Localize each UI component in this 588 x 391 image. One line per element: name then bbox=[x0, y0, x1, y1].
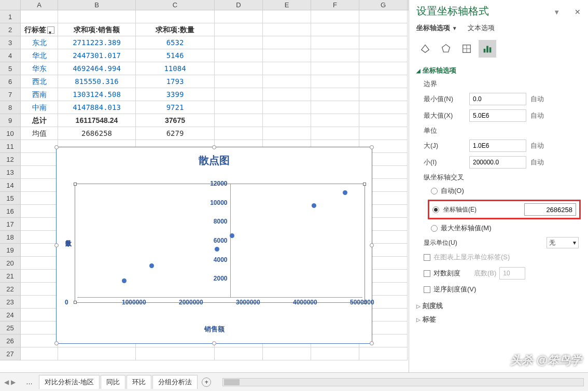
cell-C27[interactable] bbox=[136, 347, 215, 360]
section-axis-options[interactable]: ◢坐标轴选项 bbox=[416, 66, 581, 75]
resize-handle-nw[interactable] bbox=[54, 145, 59, 149]
cell-B9[interactable]: 16117548.24 bbox=[58, 114, 136, 127]
fill-icon[interactable] bbox=[416, 40, 434, 58]
cell-C9[interactable]: 37675 bbox=[136, 114, 215, 127]
sheet-more[interactable]: … bbox=[21, 376, 38, 388]
cell-A7[interactable]: 西南 bbox=[21, 88, 58, 101]
cell-G10[interactable] bbox=[359, 127, 408, 140]
effects-icon[interactable] bbox=[437, 40, 455, 58]
row-header-8[interactable]: 8 bbox=[0, 101, 21, 114]
cell-E4[interactable] bbox=[263, 49, 311, 62]
cell-A10[interactable]: 均值 bbox=[21, 127, 58, 140]
col-header-C[interactable]: C bbox=[136, 0, 215, 10]
cell-G1[interactable] bbox=[359, 10, 408, 23]
cell-G2[interactable] bbox=[359, 23, 408, 36]
cell-B3[interactable]: 2711223.389 bbox=[58, 36, 136, 49]
row-header-22[interactable]: 22 bbox=[0, 283, 21, 296]
cell-B10[interactable]: 2686258 bbox=[58, 127, 136, 140]
cell-A24[interactable] bbox=[21, 309, 58, 322]
major-input[interactable] bbox=[469, 139, 526, 152]
resize-handle-w[interactable] bbox=[54, 243, 59, 247]
chart-object[interactable]: 散点图 数量 200040006000800010000120000100000… bbox=[56, 147, 372, 344]
cell-F9[interactable] bbox=[311, 114, 359, 127]
cell-C10[interactable]: 6279 bbox=[136, 127, 215, 140]
cell-F1[interactable] bbox=[311, 10, 359, 23]
data-point[interactable] bbox=[343, 190, 347, 195]
cell-A25[interactable] bbox=[21, 322, 58, 334]
data-point[interactable] bbox=[149, 263, 154, 268]
cell-A21[interactable] bbox=[21, 270, 58, 283]
resize-handle-s[interactable] bbox=[212, 341, 216, 345]
cell-A20[interactable] bbox=[21, 257, 58, 270]
cell-G5[interactable] bbox=[359, 62, 408, 75]
cell-A6[interactable]: 西北 bbox=[21, 75, 58, 88]
cell-A8[interactable]: 中南 bbox=[21, 101, 58, 114]
resize-handle-se[interactable] bbox=[370, 341, 374, 345]
row-header-9[interactable]: 9 bbox=[0, 114, 21, 127]
data-point[interactable] bbox=[122, 278, 127, 283]
row-header-5[interactable]: 5 bbox=[0, 62, 21, 75]
minor-input[interactable] bbox=[469, 156, 526, 169]
cell-F6[interactable] bbox=[311, 75, 359, 88]
chart-title[interactable]: 散点图 bbox=[57, 153, 372, 167]
cell-A15[interactable] bbox=[21, 192, 58, 205]
row-header-26[interactable]: 26 bbox=[0, 334, 21, 347]
cell-E7[interactable] bbox=[263, 88, 311, 101]
cell-A17[interactable] bbox=[21, 218, 58, 231]
sheet-tab-1[interactable]: 同比 bbox=[101, 375, 125, 389]
cell-A19[interactable] bbox=[21, 244, 58, 257]
row-header-20[interactable]: 20 bbox=[0, 257, 21, 270]
cell-F2[interactable] bbox=[311, 23, 359, 36]
cell-B1[interactable] bbox=[58, 10, 136, 23]
cell-C4[interactable]: 5146 bbox=[136, 49, 215, 62]
sheet-tab-0[interactable]: 对比分析法-地区 bbox=[39, 375, 100, 389]
log-checkbox[interactable] bbox=[424, 270, 430, 277]
resize-handle-n[interactable] bbox=[212, 145, 216, 149]
cell-A2[interactable]: 行标签 bbox=[21, 23, 58, 36]
row-header-2[interactable]: 2 bbox=[0, 23, 21, 36]
col-header-F[interactable]: F bbox=[311, 0, 359, 10]
cell-C5[interactable]: 11084 bbox=[136, 62, 215, 75]
tab-text-options[interactable]: 文本选项 bbox=[468, 23, 495, 33]
cell-A27[interactable] bbox=[21, 347, 58, 360]
cell-A16[interactable] bbox=[21, 205, 58, 218]
cell-D5[interactable] bbox=[215, 62, 263, 75]
row-header-21[interactable]: 21 bbox=[0, 270, 21, 283]
cell-E1[interactable] bbox=[263, 10, 311, 23]
radio-auto[interactable] bbox=[431, 188, 438, 194]
cell-D2[interactable] bbox=[215, 23, 263, 36]
radio-max[interactable] bbox=[431, 225, 438, 232]
cell-C7[interactable]: 3399 bbox=[136, 88, 215, 101]
cell-B5[interactable]: 4692464.994 bbox=[58, 62, 136, 75]
cell-A1[interactable] bbox=[21, 10, 58, 23]
cell-E5[interactable] bbox=[263, 62, 311, 75]
cell-D3[interactable] bbox=[215, 36, 263, 49]
cell-E2[interactable] bbox=[263, 23, 311, 36]
cell-G8[interactable] bbox=[359, 101, 408, 114]
cell-F3[interactable] bbox=[311, 36, 359, 49]
size-icon[interactable] bbox=[458, 40, 475, 58]
panel-options-icon[interactable]: ▼ bbox=[553, 8, 560, 16]
cell-A5[interactable]: 华东 bbox=[21, 62, 58, 75]
row-header-12[interactable]: 12 bbox=[0, 153, 21, 166]
cell-E6[interactable] bbox=[263, 75, 311, 88]
col-header-E[interactable]: E bbox=[263, 0, 311, 10]
row-header-16[interactable]: 16 bbox=[0, 205, 21, 218]
min-input[interactable] bbox=[469, 93, 526, 105]
cell-D4[interactable] bbox=[215, 49, 263, 62]
cell-B7[interactable]: 1303124.508 bbox=[58, 88, 136, 101]
cell-D7[interactable] bbox=[215, 88, 263, 101]
col-header-G[interactable]: G bbox=[359, 0, 408, 10]
display-unit-select[interactable]: 无▾ bbox=[547, 237, 579, 248]
cell-D10[interactable] bbox=[215, 127, 263, 140]
cell-G4[interactable] bbox=[359, 49, 408, 62]
row-header-10[interactable]: 10 bbox=[0, 127, 21, 140]
cell-E8[interactable] bbox=[263, 101, 311, 114]
radio-axis-value[interactable] bbox=[432, 206, 439, 213]
cell-D27[interactable] bbox=[215, 347, 263, 360]
row-header-4[interactable]: 4 bbox=[0, 49, 21, 62]
data-point[interactable] bbox=[312, 203, 316, 208]
cell-A18[interactable] bbox=[21, 231, 58, 244]
filter-icon[interactable] bbox=[47, 26, 54, 34]
cell-C1[interactable] bbox=[136, 10, 215, 23]
